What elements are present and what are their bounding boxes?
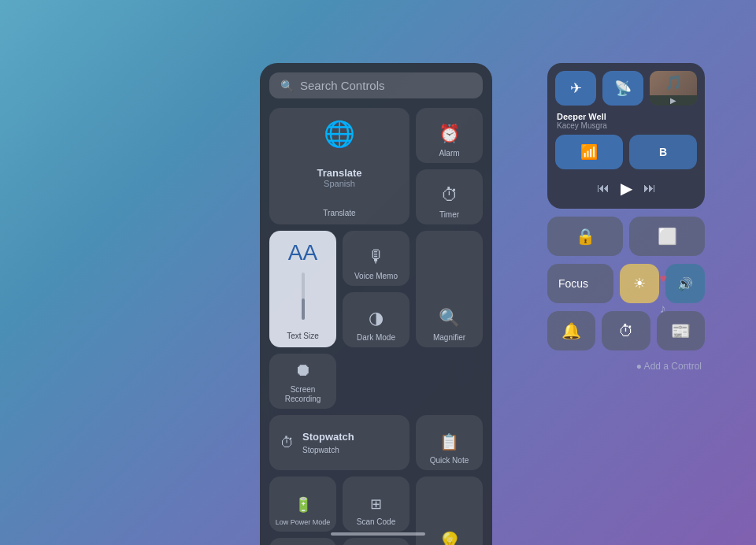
- voice-memo-label: Voice Memo: [354, 272, 398, 281]
- search-controls-panel: 🔍 Search Controls 🌐 Translate Spanish Tr…: [260, 63, 492, 545]
- wifi-button[interactable]: 📶: [555, 135, 623, 169]
- voice-memo-icon: 🎙: [368, 247, 385, 267]
- right-control-panel: ✈ 📡 🎵 ▶ Deeper Well Kacey Musgra: [547, 63, 705, 373]
- hotspot-icon: 📡: [614, 80, 632, 97]
- volume-icon: 🔊: [677, 276, 693, 291]
- news-icon: 📰: [671, 321, 691, 340]
- quick-note-icon: 📋: [439, 432, 459, 451]
- screen-mirroring-control[interactable]: ⬜ Screen Mirroring: [269, 538, 336, 545]
- focus-label: Focus: [558, 277, 588, 290]
- airplay-icon: ▶: [670, 96, 676, 105]
- low-power-icon: 🔋: [295, 496, 312, 513]
- translate-title: Translate: [317, 167, 361, 179]
- home-scene-control[interactable]: 💡 Scene or Accessory Home: [416, 476, 483, 545]
- stopwatch-icon: ⏱: [280, 435, 295, 451]
- scan-code-label: Scan Code: [357, 517, 395, 527]
- timer-control[interactable]: ⏱ Timer: [416, 169, 483, 224]
- play-pause-button[interactable]: ▶: [621, 179, 632, 198]
- search-icon: 🔍: [280, 80, 294, 92]
- voice-memo-control[interactable]: 🎙 Voice Memo: [343, 231, 410, 286]
- lock-mirroring-row: 🔒 ⬜: [547, 217, 705, 256]
- add-control-label: ● Add a Control: [636, 361, 702, 372]
- add-control-area[interactable]: ● Add a Control: [547, 358, 705, 373]
- next-button[interactable]: ⏭: [643, 181, 656, 195]
- screen-recording-label: Screen Recording: [272, 385, 333, 404]
- stopwatch-title: Stopwatch: [302, 431, 354, 443]
- alarm-control[interactable]: ⏰ Alarm: [416, 108, 483, 163]
- previous-button[interactable]: ⏮: [597, 181, 610, 195]
- album-art: 🎵 ▶: [650, 71, 697, 106]
- search-input[interactable]: Search Controls: [300, 79, 385, 92]
- personal-hotspot-button[interactable]: 📡: [602, 71, 643, 106]
- album-art-area: 🎵 ▶: [650, 71, 697, 106]
- heart-icon: ♥: [660, 272, 668, 286]
- volume-button[interactable]: 🔊: [665, 264, 705, 303]
- dark-mode-label: Dark Mode: [357, 333, 395, 343]
- now-playing-card: ✈ 📡 🎵 ▶ Deeper Well Kacey Musgra: [547, 63, 705, 209]
- connectivity-row: 📶 B: [555, 135, 697, 169]
- quick-note-control[interactable]: 📋 Quick Note: [416, 415, 483, 470]
- side-icons: ♥ ♪: [660, 272, 668, 316]
- now-playing-top-row: ✈ 📡 🎵 ▶: [555, 71, 697, 106]
- bluetooth-button[interactable]: B: [629, 135, 697, 169]
- timer-button[interactable]: ⏱: [602, 311, 650, 350]
- low-power-label: Low Power Mode: [276, 518, 331, 527]
- magnifier-label: Magnifier: [433, 333, 465, 343]
- screen-lock-button[interactable]: 🔒: [547, 217, 623, 256]
- brightness-button[interactable]: ☀: [620, 264, 659, 303]
- translate-control[interactable]: 🌐 Translate Spanish Translate: [269, 108, 410, 224]
- screen-mirroring-icon: ⬜: [658, 227, 677, 246]
- album-art-image: 🎵: [650, 71, 697, 95]
- news-button[interactable]: 📰: [657, 311, 705, 350]
- magnifier-icon: 🔍: [439, 308, 460, 328]
- song-info-area: Deeper Well Kacey Musgra: [555, 112, 697, 130]
- alarm-label: Alarm: [439, 149, 459, 158]
- home-indicator: [331, 532, 425, 536]
- bell-button[interactable]: 🔔: [547, 311, 595, 350]
- bottom-controls-row: 🔔 ⏱ 📰: [547, 311, 705, 350]
- text-size-icon: AA: [288, 242, 317, 264]
- quick-note-label: Quick Note: [430, 456, 469, 465]
- translate-icon: 🌐: [324, 119, 355, 149]
- controls-grid: 🌐 Translate Spanish Translate ⏰ Alarm ⏱ …: [269, 108, 483, 545]
- screen-lock-icon: 🔒: [576, 227, 595, 246]
- bell-icon: 🔔: [561, 321, 581, 340]
- music-note-icon: ♪: [660, 302, 668, 316]
- focus-row: Focus ☀ 🔊: [547, 264, 705, 303]
- search-bar[interactable]: 🔍 Search Controls: [269, 72, 483, 98]
- timer-label: Timer: [439, 210, 459, 220]
- airplane-icon: ✈: [570, 80, 582, 97]
- transport-controls: ⏮ ▶ ⏭: [555, 176, 697, 201]
- translate-subtitle: Spanish: [317, 179, 361, 188]
- stopwatch-label: Stopwatch: [302, 446, 354, 455]
- translate-label: Translate: [323, 209, 355, 218]
- screen-recording-control[interactable]: ⏺ Screen Recording: [269, 354, 336, 409]
- timer-icon: ⏱: [618, 322, 634, 340]
- song-artist: Kacey Musgra: [557, 121, 695, 130]
- timer-icon: ⏱: [441, 185, 458, 206]
- brightness-icon: ☀: [633, 275, 646, 292]
- bluetooth-icon: B: [659, 146, 667, 158]
- recognize-music-control[interactable]: S Recognize Music: [343, 538, 410, 545]
- home-icon: 💡: [437, 531, 462, 545]
- dark-mode-icon: ◑: [369, 308, 384, 328]
- airplay-icon-area: ▶: [650, 95, 697, 106]
- song-title: Deeper Well: [557, 112, 695, 121]
- scan-code-control[interactable]: ⊞ Scan Code: [343, 476, 410, 532]
- alarm-icon: ⏰: [439, 124, 460, 144]
- wifi-icon: 📶: [580, 143, 598, 161]
- airplane-mode-button[interactable]: ✈: [555, 71, 596, 106]
- stopwatch-control[interactable]: ⏱ Stopwatch Stopwatch: [269, 415, 410, 470]
- screen-recording-icon: ⏺: [295, 360, 312, 380]
- magnifier-control[interactable]: 🔍 Magnifier: [416, 231, 483, 347]
- dark-mode-control[interactable]: ◑ Dark Mode: [343, 292, 410, 347]
- text-size-label: Text Size: [287, 332, 319, 341]
- low-power-control[interactable]: 🔋 Low Power Mode: [269, 476, 336, 532]
- text-size-control[interactable]: AA Text Size: [269, 231, 336, 347]
- scan-code-icon: ⊞: [370, 495, 382, 513]
- focus-button[interactable]: Focus: [547, 264, 613, 303]
- screen-mirroring-button[interactable]: ⬜: [629, 217, 705, 256]
